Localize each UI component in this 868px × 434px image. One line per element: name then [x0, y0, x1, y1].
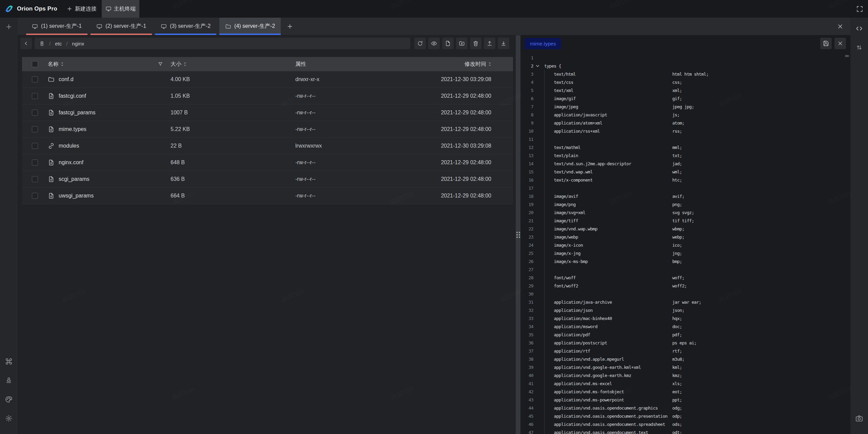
file-name[interactable]: conf.d: [59, 76, 74, 82]
refresh-button[interactable]: [414, 38, 426, 49]
code-line[interactable]: 3 text/html html htm shtml;: [520, 70, 850, 78]
table-row[interactable]: mime.types5.22 KB-rw-r--r--2021-12-29 02…: [22, 121, 513, 138]
code-line[interactable]: 26 image/x-ms-bmp bmp;: [520, 257, 850, 265]
code-line[interactable]: 20 image/svg+xml svg svgz;: [520, 208, 850, 216]
file-name[interactable]: nginx.conf: [59, 159, 83, 166]
row-checkbox[interactable]: [32, 143, 38, 149]
table-row[interactable]: fastcgi.conf1.05 KB-rw-r--r--2021-12-29 …: [22, 88, 513, 105]
column-header[interactable]: 属性: [295, 61, 306, 68]
row-checkbox[interactable]: [32, 76, 38, 82]
column-header[interactable]: 名称: [48, 61, 64, 68]
file-name[interactable]: fastcgi.conf: [59, 93, 86, 99]
code-line[interactable]: 2types {: [520, 62, 850, 70]
editor-scrollbar-thumb[interactable]: [845, 55, 849, 57]
sort-arrows-button[interactable]: [853, 41, 865, 54]
table-row[interactable]: modules22 Blrwxrwxrwx2021-12-30 03:29:08: [22, 138, 513, 154]
delete-button[interactable]: [470, 38, 481, 49]
sort-carets-icon[interactable]: [61, 62, 64, 67]
panel-splitter[interactable]: [516, 35, 520, 434]
code-line[interactable]: 6 image/gif gif;: [520, 94, 850, 102]
session-tab[interactable]: (1) server-生产-1: [26, 18, 87, 35]
session-tab[interactable]: (3) server-生产-2: [155, 18, 216, 35]
column-header[interactable]: 大小: [171, 61, 186, 68]
save-file-button[interactable]: [820, 38, 832, 49]
code-line[interactable]: 44 application/vnd.oasis.opendocument.gr…: [520, 404, 850, 412]
code-line[interactable]: 34 application/msword doc;: [520, 322, 850, 331]
add-session-tab-button[interactable]: [284, 18, 296, 35]
code-line[interactable]: 7 image/jpeg jpeg jpg;: [520, 102, 850, 111]
download-button[interactable]: [498, 38, 509, 49]
editor-file-tab[interactable]: mime.types: [525, 38, 561, 49]
code-line[interactable]: 31 application/java-archive jar war ear;: [520, 298, 850, 306]
stamp-button[interactable]: [3, 374, 15, 386]
row-checkbox[interactable]: [32, 193, 38, 199]
row-checkbox[interactable]: [32, 176, 38, 182]
add-button[interactable]: [3, 21, 15, 33]
code-line[interactable]: 40 application/vnd.google-earth.kmz kmz;: [520, 371, 850, 379]
code-line[interactable]: 42 application/vnd.ms-fontobject eot;: [520, 388, 850, 396]
settings-button[interactable]: [3, 412, 15, 424]
code-line[interactable]: 5 text/xml xml;: [520, 86, 850, 94]
close-file-button[interactable]: [834, 38, 846, 49]
file-name[interactable]: scgi_params: [59, 176, 90, 182]
new-folder-button[interactable]: [456, 38, 468, 49]
code-line[interactable]: 23 image/webp webp;: [520, 233, 850, 241]
breadcrumb-segment-etc[interactable]: etc: [55, 41, 62, 46]
code-line[interactable]: 35 application/pdf pdf;: [520, 331, 850, 339]
code-line[interactable]: 36 application/postscript ps eps ai;: [520, 339, 850, 347]
host-terminal-menu[interactable]: 主机终端: [102, 0, 139, 18]
code-line[interactable]: 21 image/tiff tif tiff;: [520, 216, 850, 225]
code-line[interactable]: 45 application/vnd.oasis.opendocument.pr…: [520, 412, 850, 420]
table-row[interactable]: nginx.conf648 B-rw-r--r--2021-12-29 02:4…: [22, 154, 513, 171]
session-tab[interactable]: (4) server-生产-2: [219, 18, 281, 35]
code-line[interactable]: 1: [520, 54, 850, 62]
code-line[interactable]: 28 font/woff woff;: [520, 273, 850, 282]
session-tab[interactable]: (2) server-生产-1: [91, 18, 152, 35]
table-row[interactable]: conf.d4.00 KBdrwxr-xr-x2021-12-30 03:29:…: [22, 71, 513, 88]
file-name[interactable]: modules: [59, 143, 79, 149]
table-row[interactable]: uwsgi_params664 B-rw-r--r--2021-12-29 02…: [22, 188, 513, 204]
root-directory-icon[interactable]: [39, 41, 45, 46]
code-line[interactable]: 19 image/png png;: [520, 200, 850, 208]
code-line[interactable]: 14 text/vnd.sun.j2me.app-descriptor jad;: [520, 159, 850, 168]
column-header[interactable]: 修改时间: [465, 61, 491, 68]
code-line[interactable]: 4 text/css css;: [520, 78, 850, 86]
file-name[interactable]: mime.types: [59, 126, 86, 132]
code-line[interactable]: 9 application/atom+xml atom;: [520, 119, 850, 127]
code-line[interactable]: 38 application/vnd.apple.mpegurl m3u8;: [520, 355, 850, 363]
row-checkbox[interactable]: [32, 159, 38, 166]
code-line[interactable]: 22 image/vnd.wap.wbmp wbmp;: [520, 225, 850, 233]
palette-button[interactable]: [3, 393, 15, 405]
code-line[interactable]: 30: [520, 290, 850, 298]
code-line[interactable]: 24 image/x-icon ico;: [520, 241, 850, 249]
breadcrumb-segment-nginx[interactable]: nginx: [72, 41, 84, 46]
code-line[interactable]: 27: [520, 265, 850, 273]
new-file-button[interactable]: [442, 38, 454, 49]
code-line[interactable]: 33 application/mac-binhex40 hqx;: [520, 314, 850, 322]
camera-button[interactable]: [853, 412, 865, 424]
fullscreen-button[interactable]: [854, 3, 865, 15]
code-line[interactable]: 15 text/vnd.wap.wml wml;: [520, 168, 850, 176]
code-line[interactable]: 11: [520, 135, 850, 143]
preview-button[interactable]: [428, 38, 440, 49]
code-line[interactable]: 16 text/x-component htc;: [520, 176, 850, 184]
code-line[interactable]: 46 application/vnd.oasis.opendocument.sp…: [520, 420, 850, 428]
row-checkbox[interactable]: [32, 110, 38, 116]
code-line[interactable]: 12 text/mathml mml;: [520, 143, 850, 151]
file-name[interactable]: uwsgi_params: [59, 193, 94, 199]
code-line[interactable]: 18 image/avif avif;: [520, 192, 850, 200]
table-row[interactable]: scgi_params636 B-rw-r--r--2021-12-29 02:…: [22, 171, 513, 188]
select-all-checkbox[interactable]: [32, 61, 38, 67]
code-line[interactable]: 25 image/x-jng jng;: [520, 249, 850, 257]
filter-icon[interactable]: [158, 61, 163, 67]
row-checkbox[interactable]: [32, 93, 38, 99]
code-line[interactable]: 37 application/rtf rtf;: [520, 347, 850, 355]
back-button[interactable]: [20, 38, 32, 49]
code-line[interactable]: 17: [520, 184, 850, 192]
code-line[interactable]: 41 application/vnd.ms-excel xls;: [520, 379, 850, 388]
code-line[interactable]: 39 application/vnd.google-earth.kml+xml …: [520, 363, 850, 371]
code-line[interactable]: 29 font/woff2 woff2;: [520, 282, 850, 290]
fold-toggle[interactable]: [533, 64, 541, 68]
sort-carets-icon[interactable]: [488, 62, 491, 67]
sort-carets-icon[interactable]: [183, 62, 186, 67]
